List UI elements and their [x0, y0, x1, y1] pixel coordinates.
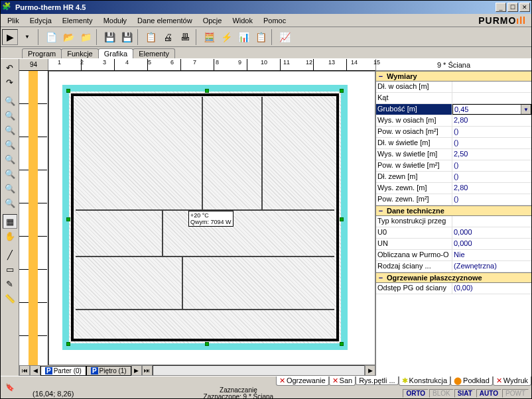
view-tab[interactable]: ✕Ogrzewanie — [276, 376, 329, 386]
preview-icon[interactable]: 🖶 — [177, 29, 193, 45]
property-value[interactable]: (0,00) — [452, 283, 531, 294]
save-icon[interactable]: 💾 — [101, 29, 117, 45]
property-value[interactable]: () — [452, 172, 531, 182]
dropdown-icon[interactable]: ▼ — [19, 29, 35, 45]
property-value[interactable] — [452, 93, 531, 103]
property-value[interactable]: () — [452, 160, 531, 171]
property-value[interactable] — [452, 216, 531, 227]
inner-wall[interactable] — [76, 256, 334, 257]
scroll-next-icon[interactable]: ▶ — [131, 365, 142, 376]
ruler-corner[interactable]: 94 — [19, 59, 48, 70]
menu-opcje[interactable]: Opcje — [198, 15, 228, 26]
scroll-prev-icon[interactable]: ◀ — [30, 365, 40, 376]
minimize-button[interactable]: _ — [496, 3, 506, 12]
selection-handle[interactable] — [66, 89, 70, 93]
property-value[interactable] — [452, 82, 531, 92]
new-file-icon[interactable]: 📄 — [43, 29, 59, 45]
property-row[interactable]: Dł. w osiach [m] — [376, 82, 531, 93]
menu-moduly[interactable]: Moduły — [98, 15, 132, 26]
floorplan[interactable]: +20 °C Qwym: 7094 W — [62, 85, 348, 350]
zoom-sel-icon[interactable]: 🔍 — [3, 181, 17, 196]
chart-icon[interactable]: 📈 — [277, 29, 293, 45]
tab-program[interactable]: Program — [22, 48, 62, 58]
property-row[interactable]: Pow. zewn. [m²]() — [376, 194, 531, 205]
property-row[interactable]: Wys. w osiach [m]2,80 — [376, 115, 531, 127]
selection-handle[interactable] — [340, 342, 344, 346]
inner-wall[interactable] — [162, 209, 163, 256]
zoom-extents-icon[interactable]: 🔍 — [3, 137, 17, 152]
property-row[interactable]: U00,000 — [376, 227, 531, 239]
pan-icon[interactable]: ✋ — [3, 229, 17, 243]
view-tab[interactable]: ✕Wydruk — [493, 376, 531, 386]
selection-handle[interactable] — [205, 342, 209, 346]
menu-pomoc[interactable]: Pomoc — [258, 15, 291, 26]
property-row[interactable]: Kąt — [376, 93, 531, 104]
property-value[interactable]: 0,45 — [452, 104, 531, 115]
status-toggle[interactable]: AUTO — [476, 389, 501, 398]
view-tab[interactable]: ✕San — [329, 376, 356, 386]
inner-wall[interactable] — [76, 309, 334, 310]
selection-handle[interactable] — [340, 89, 344, 93]
floor-tab-pietro[interactable]: PPiętro (1) — [86, 366, 131, 376]
zoom-fit-icon[interactable]: 🔍 — [3, 152, 17, 166]
scroll-right-icon[interactable]: ▶ — [365, 365, 375, 376]
status-toggle[interactable]: BLOK — [429, 389, 454, 398]
status-toggle[interactable]: SIAT — [454, 389, 476, 398]
rect-icon[interactable]: ▭ — [3, 262, 17, 276]
section-header[interactable]: −Dane techniczne — [376, 205, 531, 216]
property-row[interactable]: Dł. w świetle [m]() — [376, 138, 531, 149]
copy-icon[interactable]: 📋 — [143, 29, 159, 45]
property-row[interactable]: Pow. w osiach [m²]() — [376, 127, 531, 138]
collapse-icon[interactable]: − — [377, 274, 384, 282]
scroll-first-icon[interactable]: ⏮ — [19, 365, 30, 376]
floor-tab-parter[interactable]: PParter (0) — [40, 366, 86, 376]
horizontal-scrollbar[interactable] — [153, 365, 365, 376]
property-row[interactable]: Pow. w świetle [m²]() — [376, 160, 531, 172]
property-value[interactable]: 0,000 — [452, 227, 531, 238]
undo-icon[interactable]: ↶ — [3, 60, 17, 75]
view-tab[interactable]: ⬤Podkład — [450, 376, 493, 386]
zoom-out-icon[interactable]: 🔍 — [3, 108, 17, 123]
property-row[interactable]: Rodzaj ściany ...(Zewnętrzna) — [376, 261, 531, 272]
folder-icon[interactable]: 📁 — [78, 29, 94, 45]
energy-icon[interactable]: ⚡ — [218, 29, 234, 45]
property-value[interactable]: Nie — [452, 250, 531, 260]
collapse-icon[interactable]: − — [377, 72, 384, 80]
property-row[interactable]: Wys. zewn. [m]2,80 — [376, 183, 531, 194]
line-icon[interactable]: ╱ — [3, 247, 17, 262]
print-icon[interactable]: 🖨 — [160, 29, 176, 45]
zoom-prev-icon[interactable]: 🔍 — [3, 166, 17, 181]
menu-edycja[interactable]: Edycja — [25, 15, 57, 26]
grid-toggle-icon[interactable]: ▦ — [3, 214, 17, 229]
pointer-tool-icon[interactable]: ▶ — [2, 29, 18, 45]
property-value[interactable]: (Zewnętrzna) — [452, 261, 531, 272]
property-row[interactable]: Wys. w świetle [m]2,50 — [376, 149, 531, 160]
selection-handle[interactable] — [205, 89, 209, 93]
status-toggle[interactable]: ORTO — [403, 389, 429, 398]
save-all-icon[interactable]: 💾 — [119, 29, 135, 45]
drawing-canvas[interactable]: +20 °C Qwym: 7094 W — [48, 71, 375, 365]
property-value[interactable]: 2,80 — [452, 183, 531, 194]
calc-icon[interactable]: 🧮 — [201, 29, 217, 45]
inner-wall[interactable] — [261, 97, 263, 209]
redo-icon[interactable]: ↷ — [3, 75, 17, 89]
menu-dane-elementow[interactable]: Dane elementów — [132, 15, 198, 26]
table-icon[interactable]: 📊 — [235, 29, 251, 45]
property-row[interactable]: Dł. zewn [m]() — [376, 172, 531, 183]
property-value[interactable]: 2,80 — [452, 115, 531, 126]
status-toggle[interactable]: POWT — [502, 389, 529, 398]
tab-elementy[interactable]: Elementy — [133, 48, 175, 58]
pencil-icon[interactable]: ✎ — [3, 276, 17, 291]
section-header[interactable]: −Ogrzewanie płaszczyznowe — [376, 272, 531, 283]
menu-widok[interactable]: Widok — [227, 15, 258, 26]
selection-handle[interactable] — [66, 342, 70, 346]
selection-handle[interactable] — [340, 217, 344, 221]
section-header[interactable]: −Wymiary — [376, 71, 531, 82]
close-button[interactable]: ✕ — [519, 3, 530, 12]
list-icon[interactable]: 📋 — [253, 29, 269, 45]
menu-elementy[interactable]: Elementy — [57, 15, 98, 26]
tab-funkcje[interactable]: Funkcje — [61, 48, 99, 58]
property-row[interactable]: UN0,000 — [376, 239, 531, 250]
view-tab[interactable]: ✱Konstrukcja — [399, 376, 450, 386]
zoom-all-icon[interactable]: 🔍 — [3, 196, 17, 210]
